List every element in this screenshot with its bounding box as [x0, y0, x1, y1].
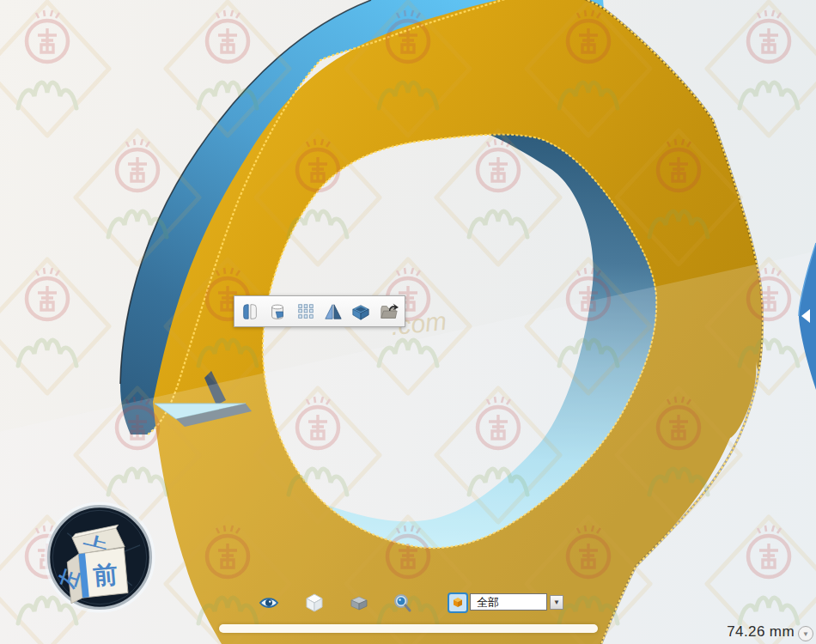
split-body-icon[interactable] [238, 300, 262, 324]
timeline-slider-bar[interactable] [219, 624, 598, 633]
measurement-readout: 74.26 mm [687, 623, 795, 641]
display-style-box-icon[interactable] [348, 592, 370, 614]
filter-dropdown-arrow-icon[interactable]: ▼ [550, 595, 563, 610]
export-folder-icon[interactable] [377, 300, 401, 324]
selection-filter-dropdown[interactable]: 全部 [470, 593, 547, 611]
context-toolbar [234, 295, 405, 327]
viewcube-front-label: 前 [92, 560, 119, 590]
visibility-eye-icon[interactable] [258, 592, 280, 614]
zoom-magnifier-icon[interactable] [391, 592, 413, 614]
right-panel-handle[interactable] [796, 241, 816, 392]
view-cube[interactable]: 上 左 前 [43, 501, 156, 614]
measurement-chevron-icon[interactable]: ▼ [798, 626, 813, 641]
wireframe-cube-icon[interactable] [303, 592, 326, 614]
rectangular-pattern-icon[interactable] [294, 300, 318, 324]
mirror-icon[interactable] [321, 300, 345, 324]
selection-tool-icon[interactable] [447, 592, 469, 614]
cylinder-cut-icon[interactable] [265, 300, 289, 324]
shell-icon[interactable] [349, 300, 373, 324]
cad-viewport[interactable]: .com [0, 0, 816, 644]
